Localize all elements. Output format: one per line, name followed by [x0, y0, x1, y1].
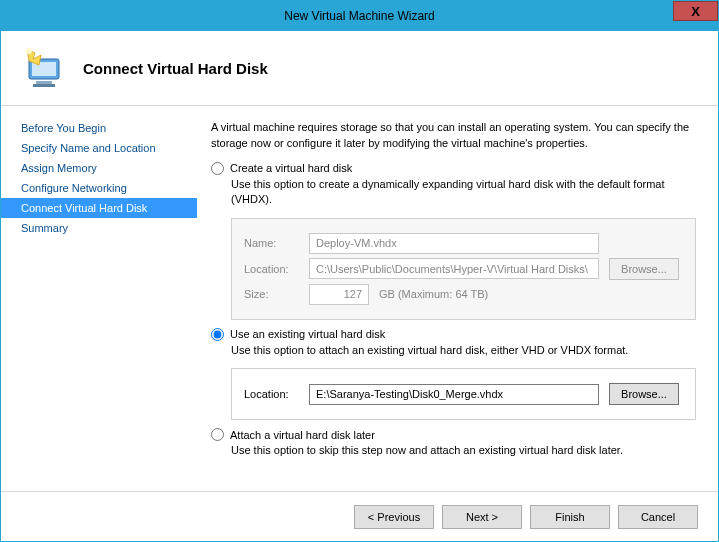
option-create-desc: Use this option to create a dynamically … — [231, 177, 696, 208]
option-use-label: Use an existing virtual hard disk — [230, 328, 385, 340]
create-box: Name: Location: Browse... Size: GB (Maxi… — [231, 218, 696, 320]
sidebar-item-summary[interactable]: Summary — [1, 218, 197, 238]
wizard-sidebar: Before You Begin Specify Name and Locati… — [1, 106, 197, 491]
option-create-label: Create a virtual hard disk — [230, 162, 352, 174]
radio-attach-later[interactable] — [211, 428, 224, 441]
svg-rect-1 — [32, 62, 56, 76]
svg-rect-3 — [33, 84, 55, 87]
use-box: Location: Browse... — [231, 368, 696, 420]
use-browse-button[interactable]: Browse... — [609, 383, 679, 405]
use-location-input[interactable] — [309, 384, 599, 405]
create-size-label: Size: — [244, 288, 299, 300]
wizard-header: Connect Virtual Hard Disk — [1, 31, 718, 106]
sidebar-item-assign-memory[interactable]: Assign Memory — [1, 158, 197, 178]
option-create-row: Create a virtual hard disk — [211, 162, 696, 175]
create-location-input — [309, 258, 599, 279]
sidebar-item-configure-networking[interactable]: Configure Networking — [1, 178, 197, 198]
svg-point-5 — [26, 48, 32, 54]
cancel-button[interactable]: Cancel — [618, 505, 698, 529]
wizard-content: A virtual machine requires storage so th… — [197, 106, 718, 491]
option-use-desc: Use this option to attach an existing vi… — [231, 343, 696, 358]
window-title: New Virtual Machine Wizard — [284, 9, 435, 23]
create-location-label: Location: — [244, 263, 299, 275]
option-use-row: Use an existing virtual hard disk — [211, 328, 696, 341]
page-title: Connect Virtual Hard Disk — [83, 60, 268, 77]
wizard-window: New Virtual Machine Wizard X Connect Vir… — [0, 0, 719, 542]
close-icon: X — [691, 4, 700, 19]
wizard-body: Before You Begin Specify Name and Locati… — [1, 106, 718, 491]
close-button[interactable]: X — [673, 1, 718, 21]
titlebar: New Virtual Machine Wizard X — [1, 1, 718, 31]
create-size-suffix: GB (Maximum: 64 TB) — [379, 288, 488, 300]
intro-text: A virtual machine requires storage so th… — [211, 120, 696, 152]
finish-button[interactable]: Finish — [530, 505, 610, 529]
radio-create-vhd[interactable] — [211, 162, 224, 175]
create-browse-button: Browse... — [609, 258, 679, 280]
option-attach-row: Attach a virtual hard disk later — [211, 428, 696, 441]
create-name-label: Name: — [244, 237, 299, 249]
option-attach-desc: Use this option to skip this step now an… — [231, 443, 696, 458]
sidebar-item-specify-name[interactable]: Specify Name and Location — [1, 138, 197, 158]
sidebar-item-connect-vhd[interactable]: Connect Virtual Hard Disk — [1, 198, 197, 218]
create-name-input — [309, 233, 599, 254]
sidebar-item-before-you-begin[interactable]: Before You Begin — [1, 118, 197, 138]
create-size-input — [309, 284, 369, 305]
next-button[interactable]: Next > — [442, 505, 522, 529]
radio-use-existing-vhd[interactable] — [211, 328, 224, 341]
previous-button[interactable]: < Previous — [354, 505, 434, 529]
use-location-label: Location: — [244, 388, 299, 400]
wizard-icon — [19, 43, 69, 93]
svg-rect-2 — [36, 81, 52, 84]
option-attach-label: Attach a virtual hard disk later — [230, 429, 375, 441]
wizard-footer: < Previous Next > Finish Cancel — [1, 491, 718, 541]
